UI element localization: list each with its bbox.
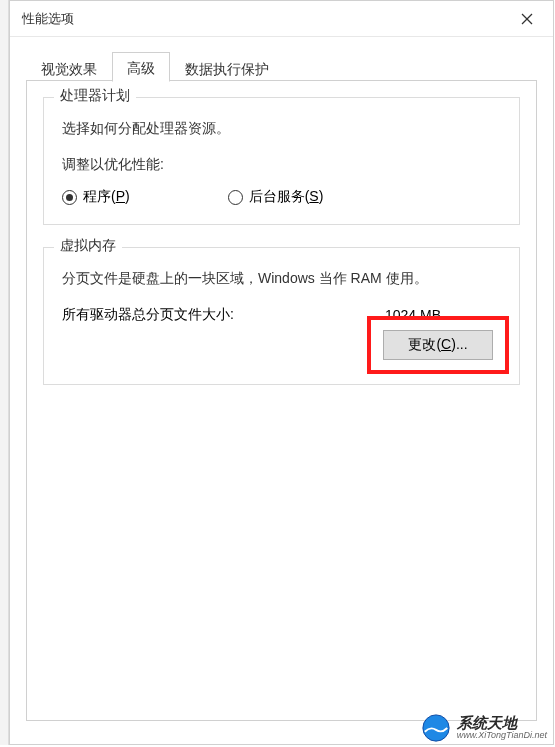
vm-desc: 分页文件是硬盘上的一块区域，Windows 当作 RAM 使用。: [62, 270, 501, 288]
tab-visual-effects[interactable]: 视觉效果: [26, 52, 112, 82]
tab-label: 数据执行保护: [185, 61, 269, 79]
performance-options-window: 性能选项 视觉效果 高级 数据执行保护 处理器计划 选择如何分配处理器资源。: [9, 0, 554, 745]
left-window-edge: [0, 0, 9, 745]
client-area: 视觉效果 高级 数据执行保护 处理器计划 选择如何分配处理器资源。 调整以优化性…: [10, 37, 553, 735]
tab-panel-advanced: 处理器计划 选择如何分配处理器资源。 调整以优化性能: 程序(P) 后台服务(S…: [26, 81, 537, 721]
tab-dep[interactable]: 数据执行保护: [170, 52, 284, 82]
radio-row: 程序(P) 后台服务(S): [62, 188, 501, 206]
change-button-highlight: 更改(C)...: [367, 316, 509, 374]
change-button[interactable]: 更改(C)...: [383, 330, 493, 360]
processor-desc: 选择如何分配处理器资源。: [62, 120, 501, 138]
radio-icon: [62, 190, 77, 205]
group-legend: 虚拟内存: [54, 237, 122, 255]
radio-background-services[interactable]: 后台服务(S): [228, 188, 324, 206]
group-legend: 处理器计划: [54, 87, 136, 105]
radio-programs[interactable]: 程序(P): [62, 188, 130, 206]
processor-scheduling-group: 处理器计划 选择如何分配处理器资源。 调整以优化性能: 程序(P) 后台服务(S…: [43, 97, 520, 225]
radio-label: 程序(P): [83, 188, 130, 206]
close-button[interactable]: [507, 4, 547, 34]
radio-label: 后台服务(S): [249, 188, 324, 206]
titlebar: 性能选项: [10, 1, 553, 37]
vm-total-label: 所有驱动器总分页文件大小:: [62, 306, 234, 324]
tab-label: 视觉效果: [41, 61, 97, 79]
radio-icon: [228, 190, 243, 205]
close-icon: [521, 13, 533, 25]
tab-advanced[interactable]: 高级: [112, 52, 170, 82]
tab-label: 高级: [127, 60, 155, 78]
tab-strip: 视觉效果 高级 数据执行保护: [26, 51, 537, 81]
window-title: 性能选项: [22, 10, 74, 28]
virtual-memory-group: 虚拟内存 分页文件是硬盘上的一块区域，Windows 当作 RAM 使用。 所有…: [43, 247, 520, 385]
adjust-label: 调整以优化性能:: [62, 156, 501, 174]
